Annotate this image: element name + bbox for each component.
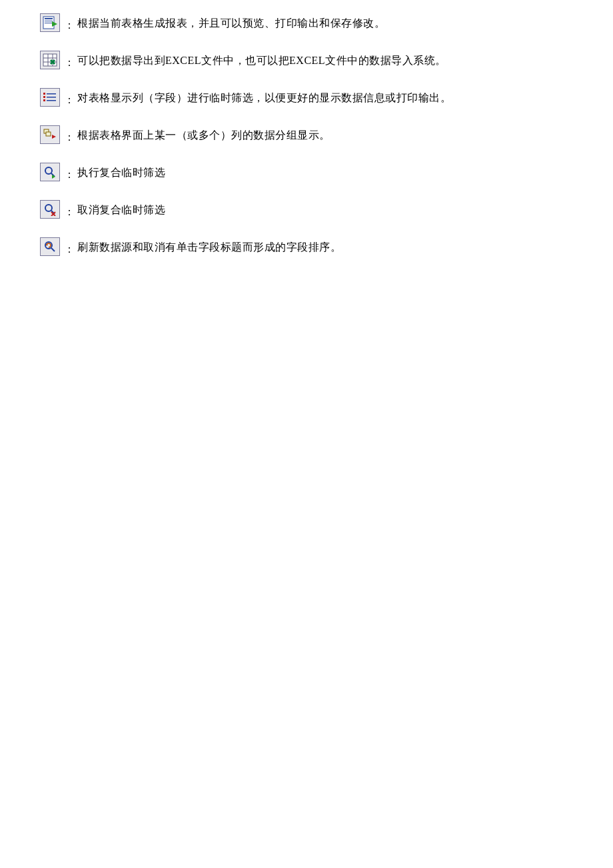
excel-icon [40, 51, 60, 69]
help-text: 可以把数据导出到EXCEL文件中，也可以把EXCEL文件中的数据导入系统。 [77, 53, 446, 69]
columns-icon [40, 88, 60, 107]
svg-rect-10 [43, 93, 45, 95]
help-item: ： 对表格显示列（字段）进行临时筛选，以便更好的显示数据信息或打印输出。 [40, 88, 573, 107]
svg-rect-1 [45, 18, 53, 19]
svg-marker-4 [52, 21, 57, 27]
group-icon [40, 125, 60, 144]
help-item: ： 根据表格界面上某一（或多个）列的数据分组显示。 [40, 125, 573, 144]
svg-rect-17 [46, 132, 51, 136]
help-text: 取消复合临时筛选 [77, 202, 165, 219]
separator: ： [64, 57, 75, 68]
report-icon [40, 13, 60, 32]
help-text: 根据当前表格生成报表，并且可以预览、打印输出和保存修改。 [77, 15, 385, 32]
svg-point-19 [45, 167, 52, 174]
svg-line-27 [51, 248, 55, 251]
separator: ： [64, 132, 75, 143]
separator: ： [64, 20, 75, 31]
separator: ： [64, 95, 75, 105]
separator: ： [64, 169, 75, 180]
filter-run-icon [40, 163, 60, 181]
help-item: ： 取消复合临时筛选 [40, 200, 573, 219]
help-text: 对表格显示列（字段）进行临时筛选，以便更好的显示数据信息或打印输出。 [77, 90, 451, 107]
help-item: ： 可以把数据导出到EXCEL文件中，也可以把EXCEL文件中的数据导入系统。 [40, 51, 573, 69]
svg-rect-15 [47, 100, 56, 101]
svg-rect-14 [47, 97, 56, 98]
svg-rect-13 [47, 93, 56, 95]
svg-point-22 [45, 205, 52, 211]
svg-rect-11 [43, 96, 45, 98]
help-item: ： 根据当前表格生成报表，并且可以预览、打印输出和保存修改。 [40, 13, 573, 32]
svg-rect-3 [45, 23, 53, 23]
help-text: 执行复合临时筛选 [77, 165, 165, 181]
help-item: ： 执行复合临时筛选 [40, 163, 573, 181]
svg-marker-18 [52, 135, 56, 139]
refresh-icon [40, 237, 60, 256]
filter-cancel-icon [40, 200, 60, 219]
separator: ： [64, 207, 75, 217]
svg-rect-2 [45, 21, 53, 21]
help-text: 刷新数据源和取消有单击字段标题而形成的字段排序。 [77, 239, 341, 256]
help-text: 根据表格界面上某一（或多个）列的数据分组显示。 [77, 127, 330, 144]
separator: ： [64, 244, 75, 255]
svg-rect-12 [43, 99, 45, 101]
help-item: ： 刷新数据源和取消有单击字段标题而形成的字段排序。 [40, 237, 573, 256]
